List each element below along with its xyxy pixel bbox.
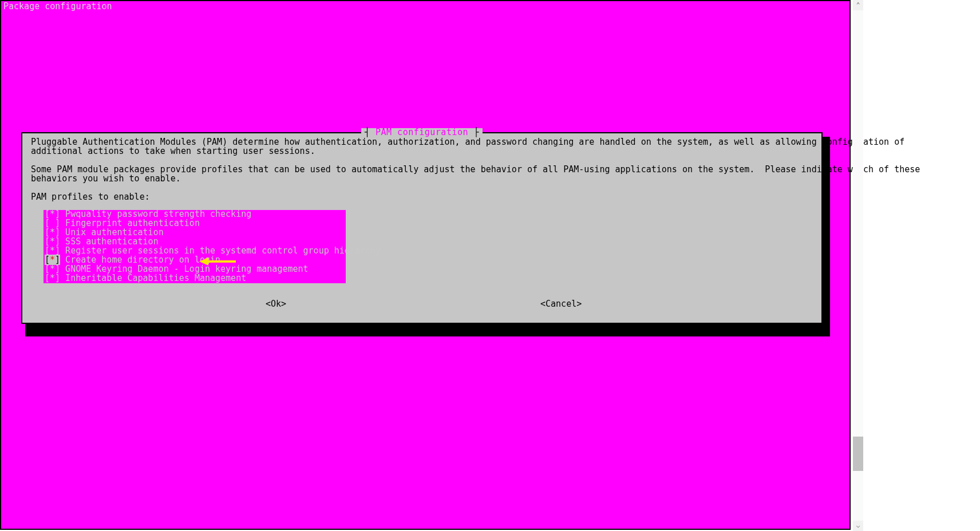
viewport: Package configuration ┤ PAM configuratio…	[0, 0, 980, 531]
dialog-buttons: <Ok> <Cancel>	[22, 300, 821, 310]
scroll-up-button[interactable]: ⌃	[853, 0, 863, 10]
dialog-prompt: PAM profiles to enable:	[29, 193, 815, 202]
scrollbar-thumb[interactable]	[853, 437, 863, 471]
vertical-scrollbar[interactable]: ⌃ ⌵	[853, 0, 863, 531]
dialog-text: additional actions to take when starting…	[29, 147, 815, 156]
list-item[interactable]: [*] Inheritable Capabilities Management	[44, 274, 346, 283]
dialog-text: behaviors you wish to enable.	[29, 175, 815, 184]
scroll-down-button[interactable]: ⌵	[853, 521, 863, 531]
scrollbar-track[interactable]	[853, 10, 863, 521]
dialog-title: ┤ PAM configuration ├	[361, 128, 483, 137]
pam-config-dialog: ┤ PAM configuration ├ Pluggable Authenti…	[21, 132, 823, 324]
profiles-checklist[interactable]: [*] Pwquality password strength checking…	[44, 210, 346, 283]
cancel-button[interactable]: <Cancel>	[540, 300, 582, 308]
dialog-body: Pluggable Authentication Modules (PAM) d…	[29, 138, 815, 202]
page-title: Package configuration	[2, 2, 114, 11]
terminal-window: Package configuration ┤ PAM configuratio…	[0, 0, 851, 530]
ok-button[interactable]: <Ok>	[266, 300, 286, 308]
